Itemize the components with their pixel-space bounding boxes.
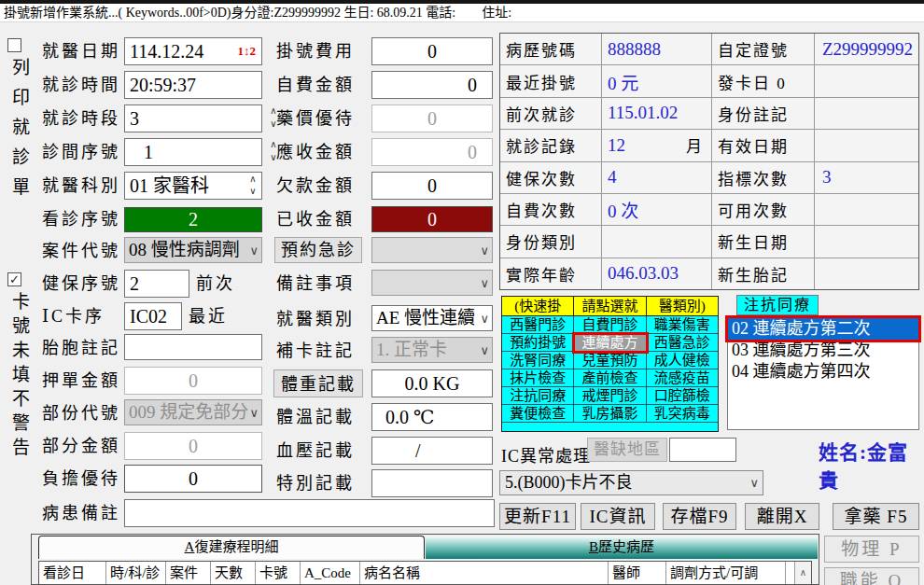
reg-fee-field[interactable]: 0	[371, 37, 493, 65]
info-value	[815, 258, 918, 289]
quick-cell[interactable]: 流感疫苗	[647, 369, 718, 387]
quick-cell[interactable]: 口腔篩檢	[647, 387, 718, 405]
quick-cell[interactable]: 連續處方	[574, 334, 646, 352]
ic-info-button[interactable]: IC資訊	[581, 503, 655, 530]
quick-cell[interactable]: 兒童預防	[574, 352, 646, 369]
case-code-dropdown[interactable]: 08 慢性病調劑 ∨	[124, 237, 262, 263]
chevron-down-icon[interactable]: ∨	[749, 471, 759, 494]
print-slip-label: 列印就診單	[7, 58, 32, 207]
visit-type-dropdown[interactable]: AE 慢性連續 ∨	[371, 305, 493, 331]
ic-error-dropdown[interactable]: 5.(B000)卡片不良 ∨	[499, 470, 763, 495]
discount-field[interactable]: 0	[124, 465, 262, 493]
patient-note-field[interactable]	[124, 499, 495, 527]
room-seq-field[interactable]: 1	[124, 138, 262, 166]
temperature-field[interactable]: 0.0 ℃	[371, 403, 493, 431]
quick-cell[interactable]: 西醫急診	[647, 334, 718, 352]
save-f9-button[interactable]: 存檔F9	[663, 503, 736, 530]
info-grid-row: 就診記錄12月有效日期	[500, 130, 918, 161]
quick-select-panel: (快速掛請點選就醫類別) 西醫門診自費門診職業傷害預約掛號連續處方西醫急診洗腎同…	[501, 296, 719, 432]
date-cursor-marker: 1↕2	[238, 45, 257, 58]
nhi-seq-field[interactable]: 2	[124, 270, 189, 298]
shortage-area-button[interactable]: 醫缺地區	[587, 438, 667, 462]
therapy-item[interactable]: 04 連續處方第四次	[728, 361, 918, 383]
info-label: 指標次數	[712, 162, 815, 193]
quick-cell[interactable]: 成人健檢	[647, 352, 718, 369]
reserve-er-dropdown[interactable]: ∨	[371, 237, 493, 263]
quick-cell[interactable]: 產前檢查	[574, 369, 646, 387]
quick-cell[interactable]: 注抗同療	[502, 387, 574, 405]
quick-cell[interactable]: 西醫門診	[502, 316, 574, 334]
occupational-therapy-button[interactable]: 職能 O	[824, 567, 919, 585]
physical-therapy-button[interactable]: 物理 P	[824, 536, 919, 563]
quick-cell[interactable]: 預約掛號	[502, 334, 574, 352]
info-label: 就診記錄	[500, 130, 602, 160]
chevron-down-icon[interactable]: ∨	[249, 239, 259, 263]
fetal-note-field[interactable]	[124, 334, 262, 360]
special-note-label: 特別記載	[276, 469, 355, 497]
card-note-dropdown[interactable]: 1. 正常卡 ∨	[371, 337, 493, 363]
table-header-cell: 醫師	[609, 562, 666, 584]
copay-amt-field[interactable]: 0	[124, 432, 262, 460]
self-pay-field[interactable]: 0	[371, 71, 493, 99]
chevron-down-icon[interactable]: ∨	[249, 401, 259, 425]
spin-down-icon[interactable]: ∨	[246, 185, 259, 197]
blood-pressure-field[interactable]: /	[371, 437, 493, 465]
dept-spinner[interactable]: ∧∨	[246, 173, 259, 199]
arrears-field[interactable]: 0	[371, 172, 493, 200]
quick-cell[interactable]: 糞便檢查	[502, 405, 574, 423]
info-value	[815, 130, 918, 160]
weight-button[interactable]: 體重記載	[273, 369, 363, 397]
info-value: 12月	[602, 130, 712, 160]
dept-field[interactable]: 01 家醫科 ∧∨	[124, 172, 262, 200]
discount-label: 負擔優待	[42, 465, 120, 493]
no-card-warning-checkbox[interactable]: ✓	[7, 272, 21, 286]
visit-seq-field[interactable]: 2	[124, 207, 262, 232]
tab-rehab-detail[interactable]: A復建療程明細	[38, 536, 425, 559]
special-note-field[interactable]	[371, 469, 493, 497]
quick-cell[interactable]: 乳突病毒	[647, 405, 718, 423]
visit-time-field[interactable]: 20:59:37	[124, 71, 262, 99]
quick-header-cell: (快速掛	[502, 297, 574, 315]
chevron-down-icon[interactable]: ∨	[480, 307, 489, 331]
tab-b-label: 歷史病歷	[598, 539, 654, 554]
update-f11-button[interactable]: 更新F11	[499, 503, 576, 530]
weight-field[interactable]: 0.0 KG	[371, 369, 493, 397]
info-label: 健保次數	[500, 162, 602, 193]
nhi-seq-suffix: 前次	[196, 270, 235, 298]
table-header-cell: 病名名稱	[360, 562, 609, 584]
shortage-area-input[interactable]	[669, 438, 736, 462]
tab-history-record[interactable]: B歷史病歷	[426, 536, 818, 559]
info-value: 115.01.02	[602, 98, 712, 129]
quick-cell[interactable]: 自費門診	[574, 316, 646, 334]
reserve-er-button[interactable]: 預約急診	[274, 237, 362, 263]
case-code-label: 案件代號	[42, 237, 120, 265]
therapy-item[interactable]: 03 連續處方第三次	[728, 340, 918, 361]
chevron-down-icon[interactable]: ∨	[480, 272, 489, 296]
drug-discount-field[interactable]: 0	[371, 104, 493, 132]
spin-up-icon[interactable]: ∧	[246, 173, 259, 185]
quick-row: 注抗同療戒煙門診口腔篩檢	[502, 387, 718, 405]
print-slip-checkbox[interactable]	[7, 38, 21, 52]
quick-cell[interactable]: 戒煙門診	[574, 387, 646, 405]
receivable-field[interactable]: 0	[371, 138, 493, 166]
exit-button[interactable]: 離開X	[745, 503, 819, 530]
quick-cell[interactable]: 抹片檢查	[502, 369, 574, 387]
quick-cell[interactable]: 乳房攝影	[574, 405, 646, 423]
copay-code-dropdown[interactable]: 009 規定免部分 ∨	[124, 399, 262, 425]
scroll-up-arrow[interactable]: ∧	[794, 562, 811, 584]
received-field[interactable]: 0	[371, 206, 493, 232]
quick-cell[interactable]: 洗腎同療	[502, 352, 574, 369]
therapy-item[interactable]: 02 連續處方第二次	[728, 318, 918, 340]
chevron-down-icon[interactable]: ∨	[480, 339, 489, 363]
visit-date-field[interactable]: 114.12.24 1↕2	[124, 37, 262, 65]
time-slot-field[interactable]: 3	[124, 104, 262, 132]
chevron-down-icon[interactable]: ∨	[480, 239, 489, 263]
get-medicine-f5-button[interactable]: 拿藥 F5	[833, 503, 919, 530]
info-label: 身份註記	[712, 98, 815, 129]
copay-amt-label: 部分金額	[42, 432, 120, 460]
quick-cell[interactable]: 職業傷害	[647, 316, 718, 334]
patient-note-label: 病患備註	[42, 499, 120, 527]
ic-seq-field[interactable]: IC02	[124, 302, 182, 330]
deposit-field[interactable]: 0	[124, 367, 262, 395]
remark-dropdown[interactable]: ∨	[371, 270, 493, 296]
